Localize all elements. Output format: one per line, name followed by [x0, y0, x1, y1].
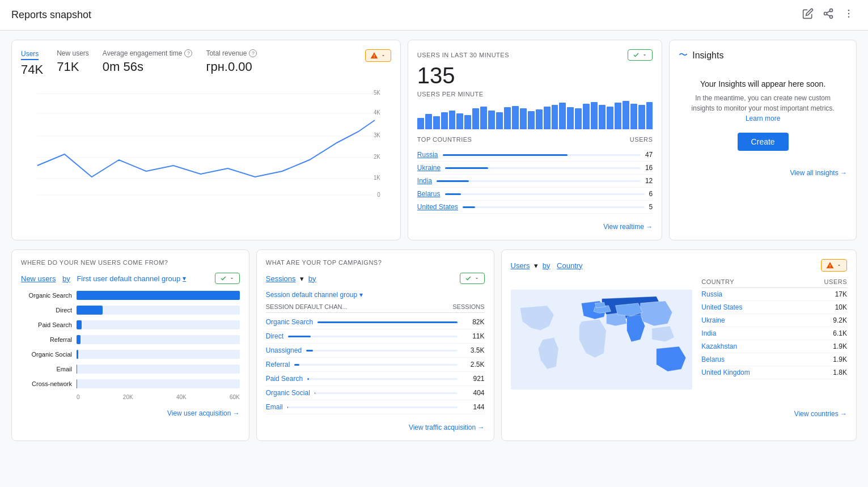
users-30-header: USERS IN LAST 30 MINUTES — [417, 49, 653, 61]
mini-bar — [417, 118, 424, 129]
geo-country-name[interactable]: Russia — [701, 290, 722, 298]
geo-warning-badge[interactable] — [821, 259, 847, 272]
geo-country-users: 9.2K — [833, 316, 847, 324]
mini-bar — [615, 103, 621, 129]
session-bar-fill — [287, 406, 288, 408]
country-bar-track — [463, 206, 645, 208]
x-axis-label: 40K — [176, 394, 187, 400]
geo-country-name[interactable]: Belarus — [701, 355, 725, 363]
geo-country-name[interactable]: United States — [701, 303, 742, 311]
share-button[interactable] — [820, 6, 836, 24]
users-per-min-chart — [417, 101, 653, 129]
header-actions — [800, 6, 857, 24]
x-axis-label: 60K — [230, 394, 240, 400]
session-channel-group-link[interactable]: Session default channel group ▾ — [266, 291, 485, 299]
h-bar-fill — [77, 291, 240, 300]
session-channel[interactable]: Organic Search — [266, 318, 313, 326]
view-all-insights-link[interactable]: View all insights → — [679, 169, 847, 177]
campaigns-check-badge[interactable] — [460, 273, 485, 284]
insights-main-text: Your Insights will appear here soon. — [684, 79, 841, 88]
geo-table-row: Belarus 1.9K — [701, 353, 847, 366]
view-traffic-acquisition-link[interactable]: View traffic acquisition → — [266, 419, 485, 431]
users-card: Users 74K New users 71K Average engageme… — [11, 40, 401, 240]
h-bar-track — [77, 350, 240, 359]
avg-engagement-metric: Average engagement time ? 0m 56s — [103, 49, 193, 74]
users-30-count: 135 — [417, 63, 653, 88]
session-value: 3.5K — [462, 346, 485, 354]
session-channel[interactable]: Referral — [266, 361, 290, 369]
mini-bar — [504, 107, 511, 129]
country-bar-track — [443, 154, 641, 156]
svg-text:4K: 4K — [374, 109, 380, 116]
geo-table-row: Kazakhstan 1.9K — [701, 340, 847, 353]
h-bar-fill — [77, 350, 78, 359]
insights-sub-text: In the meantime, you can create new cust… — [684, 93, 841, 124]
geo-country-name[interactable]: United Kingdom — [701, 369, 750, 376]
new-users-value: 71K — [57, 60, 89, 74]
session-channel[interactable]: Email — [266, 403, 283, 411]
session-channel[interactable]: Direct — [266, 332, 283, 340]
mini-bar — [575, 108, 582, 129]
svg-text:2K: 2K — [374, 154, 380, 160]
geo-country-name[interactable]: Kazakhstan — [701, 342, 737, 350]
view-countries-link[interactable]: View countries → — [511, 405, 847, 418]
session-channel[interactable]: Unassigned — [266, 346, 302, 354]
session-channel[interactable]: Paid Search — [266, 375, 303, 383]
view-realtime-link[interactable]: View realtime → — [603, 223, 653, 231]
avg-engagement-value: 0m 56s — [103, 60, 193, 74]
session-bar-track — [307, 378, 457, 380]
mini-bar — [528, 111, 535, 129]
session-value: 144 — [462, 403, 485, 411]
edit-button[interactable] — [800, 6, 816, 24]
geo-group-link[interactable]: Country — [557, 261, 583, 270]
country-name[interactable]: Russia — [417, 151, 438, 159]
view-user-acquisition-link[interactable]: View user acquisition → — [21, 405, 240, 417]
channel-group-link[interactable]: First user default channel group — [77, 274, 180, 283]
country-name[interactable]: Belarus — [417, 190, 441, 198]
geo-country-users: 6.1K — [833, 329, 847, 337]
new-users-check-badge[interactable] — [215, 273, 240, 284]
mini-bar — [472, 108, 479, 129]
country-name[interactable]: United States — [417, 203, 458, 211]
top-countries-header: TOP COUNTRIES USERS — [417, 136, 653, 145]
new-users-filter-label: New users by First user default channel … — [21, 274, 186, 283]
geo-table-body: Russia 17K United States 10K Ukraine 9.2… — [701, 288, 847, 379]
avg-engagement-info-icon[interactable]: ? — [184, 49, 192, 57]
total-revenue-info-icon[interactable]: ? — [249, 49, 257, 57]
sessions-list: Organic Search 82K Direct 11K Unassigned… — [266, 315, 485, 414]
users-value: 74K — [21, 62, 43, 77]
session-bar-track — [306, 350, 457, 352]
session-value: 11K — [462, 332, 485, 340]
users-label[interactable]: Users — [21, 50, 39, 60]
svg-text:1K: 1K — [374, 175, 380, 181]
new-users-section-title: WHERE DO YOUR NEW USERS COME FROM? — [21, 259, 240, 266]
session-bar-track — [287, 406, 458, 408]
country-row: Ukraine 16 — [417, 162, 653, 175]
country-name[interactable]: Ukraine — [417, 164, 441, 172]
total-revenue-label-row: Total revenue ? — [206, 49, 257, 57]
more-button[interactable] — [841, 6, 857, 24]
create-button[interactable]: Create — [738, 133, 789, 151]
learn-more-link[interactable]: Learn more — [746, 115, 780, 122]
geo-country-name[interactable]: India — [701, 329, 716, 337]
session-row: Paid Search 921 — [266, 372, 485, 386]
h-bar-row: Email — [21, 365, 240, 374]
h-bar-label: Organic Search — [21, 292, 72, 299]
new-users-label: New users — [57, 49, 89, 57]
main-content: Users 74K New users 71K Average engageme… — [0, 31, 868, 450]
session-channel[interactable]: Organic Social — [266, 389, 310, 397]
warning-badge[interactable] — [365, 49, 391, 62]
session-row: Organic Search 82K — [266, 315, 485, 329]
mini-bar — [646, 102, 653, 129]
h-bar-track — [77, 306, 240, 315]
h-bar-row: Referral — [21, 335, 240, 344]
check-badge[interactable] — [628, 49, 653, 61]
geo-country-users: 10K — [835, 303, 847, 311]
channel-group-dropdown[interactable]: ▾ — [183, 274, 186, 282]
country-name[interactable]: India — [417, 177, 432, 185]
geo-country-name[interactable]: Ukraine — [701, 316, 725, 324]
session-bar-fill — [306, 350, 312, 352]
country-row: Russia 47 — [417, 149, 653, 162]
sessions-table-header: SESSION DEFAULT CHAN... SESSIONS — [266, 303, 485, 313]
mini-bar — [449, 111, 456, 129]
